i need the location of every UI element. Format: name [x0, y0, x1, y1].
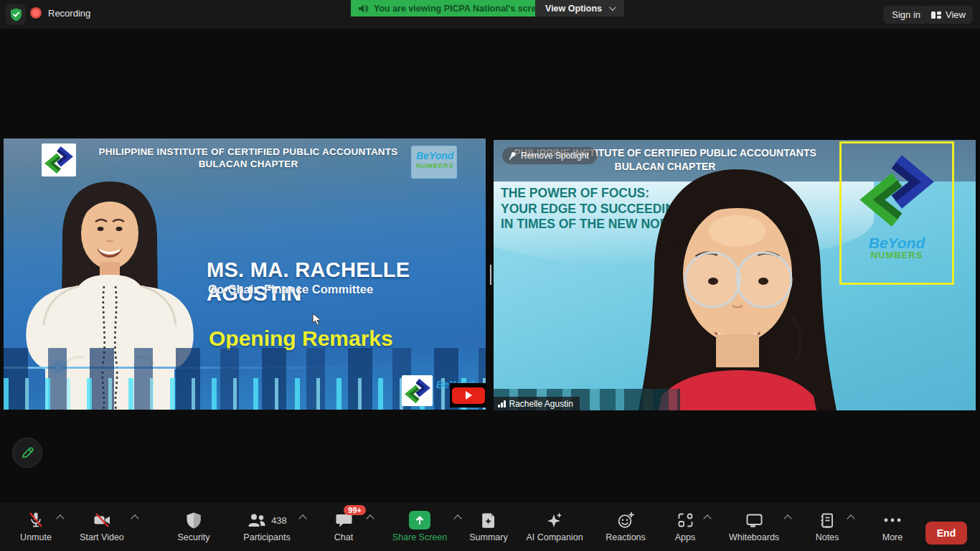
speaker-role: Co-Chair, Finance Committee: [208, 283, 373, 296]
end-label: End: [937, 527, 956, 539]
chat-button[interactable]: 99+ Chat: [316, 510, 372, 542]
end-meeting-button[interactable]: End: [925, 522, 967, 545]
participants-options-chevron[interactable]: [298, 514, 306, 522]
apps-icon: [677, 512, 694, 529]
whiteboards-button[interactable]: Whiteboards: [719, 510, 789, 542]
sign-in-button[interactable]: Sign in: [883, 6, 929, 24]
top-bar: Recording You are viewing PICPA National…: [0, 0, 980, 29]
org-header: PHILIPPINE INSTITUTE OF CERTIFIED PUBLIC…: [81, 146, 415, 170]
beyond-word2: NUMBERS: [416, 162, 453, 169]
chevron-down-icon: [609, 4, 616, 11]
summary-button[interactable]: Summary: [463, 510, 514, 542]
chat-options-chevron[interactable]: [366, 514, 374, 522]
picpa-chevrons-icon: [405, 378, 430, 404]
video-off-icon: [93, 511, 112, 529]
share-screen-button[interactable]: Share Screen: [380, 510, 459, 542]
sign-in-label: Sign in: [892, 9, 920, 20]
mouse-cursor: [312, 313, 321, 326]
more-icon: [883, 517, 902, 523]
unmute-label: Unmute: [20, 532, 52, 542]
youtube-badge: [450, 383, 486, 408]
reactions-icon: [616, 511, 635, 529]
pin-icon: [508, 151, 517, 161]
recording-label: Recording: [48, 8, 90, 19]
more-button[interactable]: More: [871, 510, 914, 542]
ai-companion-button[interactable]: AI Companion: [518, 510, 591, 542]
start-video-label: Start Video: [80, 532, 124, 542]
segment-title: Opening Remarks: [209, 326, 393, 351]
meeting-toolbar: Unmute Start Video Security 438 Particip…: [0, 502, 980, 551]
banner-text: You are viewing PICPA National's screen: [374, 4, 547, 14]
share-screen-label: Share Screen: [392, 532, 447, 542]
view-button[interactable]: View: [924, 6, 973, 24]
picpa-logo: [42, 143, 76, 176]
annotate-button[interactable]: [12, 438, 42, 468]
zoom-meeting-window: Recording You are viewing PICPA National…: [0, 0, 980, 551]
participant-name-tag: Rachelle Agustin: [494, 397, 580, 410]
whiteboards-label: Whiteboards: [729, 532, 779, 542]
notes-button[interactable]: Notes: [802, 510, 852, 542]
viewing-screen-banner: You are viewing PICPA National's screen: [351, 0, 557, 17]
view-layout-icon: [931, 11, 941, 19]
unmute-options-chevron[interactable]: [56, 514, 64, 522]
notes-options-chevron[interactable]: [847, 514, 854, 522]
picpa-chevrons-icon: [44, 146, 73, 174]
unmute-button[interactable]: Unmute: [10, 510, 62, 542]
notes-icon: [819, 512, 836, 529]
summary-icon: [480, 512, 497, 529]
org-line1: PHILIPPINE INSTITUTE OF CERTIFIED PUBLIC…: [81, 146, 415, 158]
shield-check-icon: [10, 8, 22, 22]
participant-webcam-person: [587, 165, 888, 410]
participants-label: Participants: [243, 532, 290, 542]
spotlight-video-panel[interactable]: PHILIPPINE INSTITUTE OF CERTIFIED PUBLIC…: [494, 140, 976, 410]
participant-name: Rachelle Agustin: [509, 399, 573, 409]
speaker-icon: [358, 4, 369, 14]
reactions-button[interactable]: Reactions: [598, 510, 653, 542]
recording-indicator: Recording: [30, 7, 90, 19]
notes-label: Notes: [816, 532, 839, 542]
org-line2: BULACAN CHAPTER: [81, 158, 415, 170]
participants-button[interactable]: 438 Participants: [230, 510, 304, 542]
pencil-icon: [20, 446, 34, 460]
chat-label: Chat: [334, 532, 353, 542]
shared-screen-panel[interactable]: PHILIPPINE INSTITUTE OF CERTIFIED PUBLIC…: [4, 138, 486, 410]
participants-count: 438: [271, 515, 287, 526]
participants-icon: [247, 512, 267, 529]
video-options-chevron[interactable]: [131, 514, 138, 522]
mic-off-icon: [27, 511, 45, 529]
share-screen-icon: [409, 511, 430, 529]
ai-companion-label: AI Companion: [526, 532, 583, 542]
whiteboards-options-chevron[interactable]: [783, 514, 791, 522]
more-label: More: [882, 532, 903, 542]
summary-label: Summary: [469, 532, 507, 542]
ai-companion-icon: [545, 511, 564, 529]
view-options-button[interactable]: View Options: [535, 0, 624, 17]
apps-label: Apps: [675, 532, 696, 542]
shield-icon: [185, 512, 202, 529]
remove-spotlight-label: Remove Spotlight: [521, 151, 589, 161]
security-button[interactable]: Security: [168, 510, 220, 542]
youtube-icon: [452, 387, 485, 404]
whiteboards-icon: [745, 512, 764, 529]
remove-spotlight-button[interactable]: Remove Spotlight: [502, 147, 597, 164]
picpa-logo-small: [402, 375, 433, 406]
speaker-name: MS. MA. RACHELLE AGUSTIN: [207, 258, 486, 306]
security-label: Security: [177, 532, 209, 542]
recording-dot-icon: [30, 7, 42, 19]
chat-unread-badge: 99+: [344, 505, 366, 515]
beyond-numbers-logo: BeYond NUMBERS: [411, 146, 457, 179]
apps-options-chevron[interactable]: [703, 514, 711, 522]
security-shield-button[interactable]: [6, 4, 26, 24]
start-video-button[interactable]: Start Video: [67, 510, 136, 542]
view-label: View: [946, 9, 966, 20]
share-options-chevron[interactable]: [453, 514, 461, 522]
beyond-word1: BeYond: [416, 151, 453, 161]
reactions-label: Reactions: [606, 532, 646, 542]
apps-button[interactable]: Apps: [661, 510, 709, 542]
connection-signal-icon: [498, 400, 506, 408]
view-options-label: View Options: [545, 4, 602, 14]
